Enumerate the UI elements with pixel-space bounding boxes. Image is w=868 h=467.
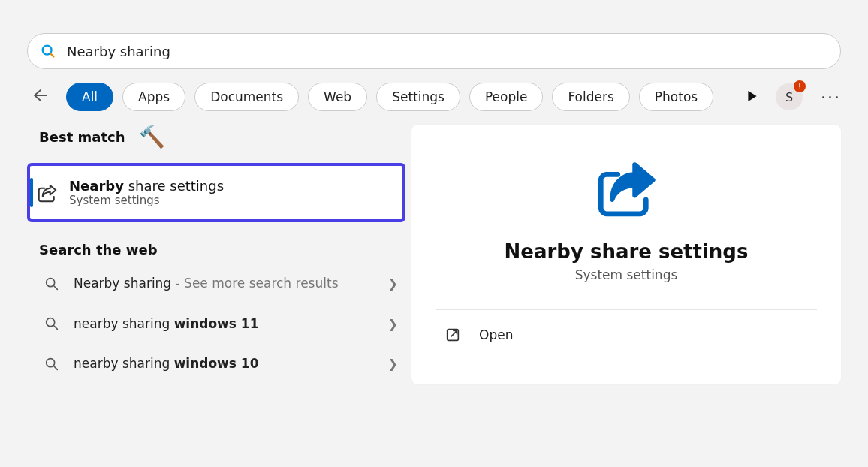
filter-people[interactable]: People (469, 83, 543, 111)
web-result[interactable]: nearby sharing windows 10 ❯ (27, 344, 405, 384)
filter-settings[interactable]: Settings (376, 83, 460, 111)
filter-photos[interactable]: Photos (639, 83, 713, 111)
web-result[interactable]: nearby sharing windows 11 ❯ (27, 304, 405, 345)
filter-apps[interactable]: Apps (122, 83, 185, 111)
magnifier-icon (44, 315, 60, 332)
best-match-result[interactable]: Nearby share settings System settings (27, 163, 405, 222)
svg-line-3 (54, 286, 58, 290)
open-action[interactable]: Open (436, 310, 817, 360)
svg-point-6 (47, 358, 55, 366)
filter-web[interactable]: Web (308, 83, 367, 111)
preview-title: Nearby share settings (436, 240, 817, 263)
open-external-icon (445, 327, 461, 343)
back-arrow[interactable] (27, 86, 51, 108)
avatar-badge: ! (794, 80, 806, 92)
search-web-heading: Search the web (39, 242, 405, 258)
web-result[interactable]: Nearby sharing - See more search results… (27, 264, 405, 304)
web-result-text: nearby sharing windows 11 (74, 315, 375, 334)
share-icon (36, 182, 59, 204)
filter-documents[interactable]: Documents (194, 83, 299, 111)
selection-accent (30, 178, 33, 207)
best-match-heading: Best match (39, 129, 125, 145)
chevron-right-icon: ❯ (388, 357, 398, 371)
chevron-right-icon: ❯ (388, 317, 398, 331)
search-icon (40, 43, 56, 59)
preview-subtitle: System settings (436, 267, 817, 282)
filter-all[interactable]: All (66, 83, 113, 111)
chevron-right-icon: ❯ (388, 276, 398, 291)
more-menu-icon[interactable]: ··· (821, 88, 841, 107)
result-subtitle: System settings (69, 194, 224, 207)
web-result-text: nearby sharing windows 10 (74, 354, 375, 374)
search-input[interactable] (67, 44, 828, 59)
magnifier-icon (44, 356, 60, 372)
preview-panel: Nearby share settings System settings Op… (411, 125, 841, 384)
web-result-text: Nearby sharing - See more search results (74, 274, 375, 294)
results-column: Best match 🔨 Nearby share settings Syste… (0, 125, 405, 384)
search-bar[interactable] (27, 33, 841, 69)
svg-point-4 (47, 318, 55, 327)
avatar-initial: S (785, 90, 793, 104)
overflow-play-icon[interactable] (747, 90, 758, 104)
filter-folders[interactable]: Folders (552, 83, 629, 111)
svg-line-1 (50, 53, 53, 56)
svg-line-7 (54, 366, 58, 370)
share-icon-large (436, 155, 817, 222)
hammer-icon: 🔨 (139, 125, 165, 149)
open-label: Open (479, 327, 513, 342)
svg-point-2 (47, 278, 55, 286)
user-avatar[interactable]: S ! (776, 83, 803, 110)
magnifier-icon (44, 276, 60, 292)
result-title: Nearby share settings (69, 178, 224, 194)
svg-line-5 (54, 326, 58, 330)
filter-row: All Apps Documents Web Settings People F… (27, 83, 841, 111)
